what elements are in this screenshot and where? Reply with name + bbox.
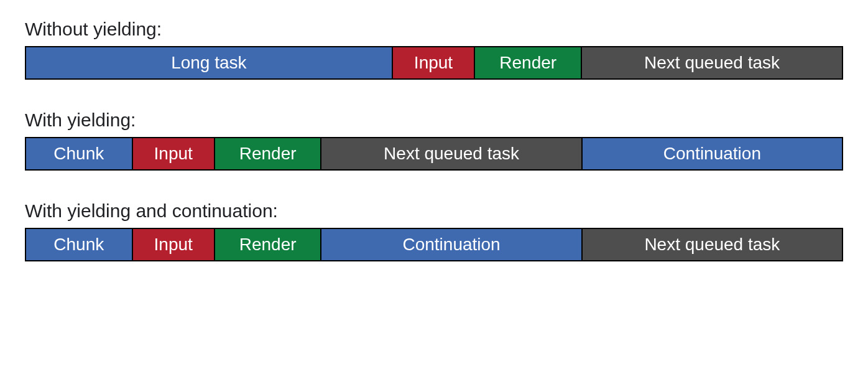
row-title: Without yielding: [25,19,843,40]
segment-render: Render [214,228,322,261]
task-bar: Chunk Input Render Continuation Next que… [25,228,843,261]
task-bar: Long task Input Render Next queued task [25,46,843,80]
task-bar: Chunk Input Render Next queued task Cont… [25,137,843,171]
row-title: With yielding: [25,110,843,131]
segment-continuation: Continuation [320,228,582,261]
segment-input: Input [132,137,215,171]
segment-chunk: Chunk [25,228,133,261]
segment-input: Input [392,46,476,80]
segment-render: Render [474,46,582,80]
segment-long-task: Long task [25,46,393,80]
segment-next-queued-task: Next queued task [581,46,843,80]
segment-next-queued-task: Next queued task [581,228,843,261]
row-title: With yielding and continuation: [25,200,843,222]
segment-chunk: Chunk [25,137,133,171]
diagram-row-with-yielding-and-continuation: With yielding and continuation: Chunk In… [25,200,843,261]
segment-render: Render [214,137,322,171]
diagram-row-with-yielding: With yielding: Chunk Input Render Next q… [25,110,843,171]
segment-continuation: Continuation [581,137,843,171]
segment-next-queued-task: Next queued task [320,137,582,171]
segment-input: Input [132,228,215,261]
diagram-row-without-yielding: Without yielding: Long task Input Render… [25,19,843,80]
